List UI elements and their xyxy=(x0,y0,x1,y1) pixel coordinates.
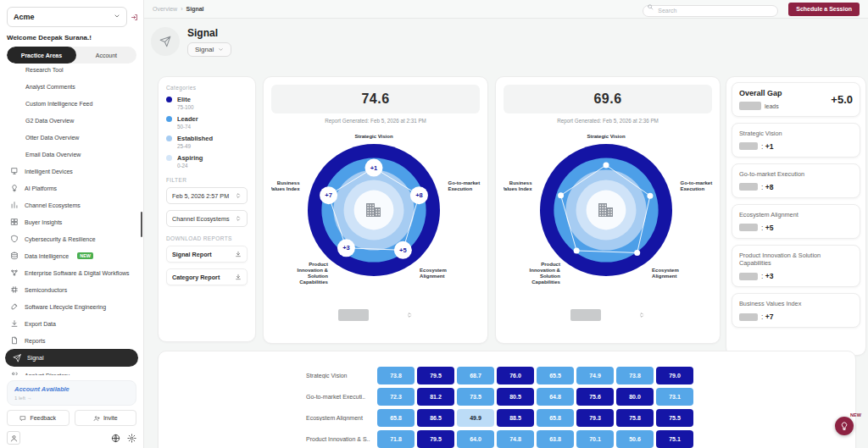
sidebar-item-cybersecurity-resilience[interactable]: Cybersecurity & Resilience xyxy=(0,230,143,247)
sidebar-item-email-data-overview[interactable]: Email Data Overview xyxy=(0,146,143,163)
breadcrumb-separator: › xyxy=(181,6,182,12)
score-cell[interactable]: 80.5 xyxy=(497,388,534,406)
score-cell[interactable]: 74.9 xyxy=(576,367,614,384)
score-cell[interactable]: 65.5 xyxy=(537,367,574,384)
legend-item-elite[interactable]: Elite75-100 xyxy=(166,96,248,110)
sidebar-item-enterprise-software-digital-workflows[interactable]: Enterprise Software & Digital Workflows xyxy=(0,264,143,281)
sidebar-item-analyst-comments[interactable]: Analyst Comments xyxy=(0,78,143,95)
score-cell[interactable]: 81.2 xyxy=(417,388,454,406)
score-cell[interactable]: 73.5 xyxy=(457,388,494,406)
score-cell[interactable]: 73.8 xyxy=(377,367,415,384)
score-cell[interactable]: 68.7 xyxy=(457,367,494,384)
sidebar-item-buyer-insights[interactable]: Buyer Insights xyxy=(0,213,143,230)
download-category-report[interactable]: Category Report xyxy=(166,268,248,285)
svg-text:+5: +5 xyxy=(399,246,407,254)
logout-icon[interactable] xyxy=(131,14,138,21)
score-cell[interactable]: 86.5 xyxy=(417,409,454,427)
score-cell[interactable]: 75.6 xyxy=(576,388,614,406)
gear-icon[interactable] xyxy=(127,434,136,443)
score-cell[interactable]: 75.5 xyxy=(656,409,693,427)
score-cell[interactable]: 63.8 xyxy=(537,430,574,448)
sidebar-item-reports[interactable]: Reports xyxy=(0,332,143,349)
score-cell[interactable]: 50.6 xyxy=(616,430,654,448)
score-cell[interactable]: 70.1 xyxy=(576,430,614,448)
announcements-button[interactable] xyxy=(835,417,854,435)
sidebar-item-label: Enterprise Software & Digital Workflows xyxy=(25,270,130,276)
score-cell[interactable]: 79.5 xyxy=(417,367,454,384)
org-selector[interactable]: Acme xyxy=(7,7,127,27)
sidebar-item-g2-data-overview[interactable]: G2 Data Overview xyxy=(0,112,143,129)
sidebar-scrollbar[interactable] xyxy=(141,212,143,237)
legend-item-aspiring[interactable]: Aspiring0-24 xyxy=(166,154,248,169)
score-cell[interactable]: 74.8 xyxy=(497,430,534,448)
company-logo-placeholder xyxy=(570,309,601,321)
score-cell[interactable]: 64.8 xyxy=(537,388,574,406)
signal-selector[interactable]: Signal xyxy=(187,42,231,57)
invite-button[interactable]: Invite xyxy=(75,410,137,426)
score-cell[interactable]: 65.8 xyxy=(537,409,574,427)
score-cell[interactable]: 75.8 xyxy=(616,409,654,427)
gap-metric-value: +5 xyxy=(761,224,773,232)
chart-stepper[interactable] xyxy=(406,312,413,318)
sidebar-item-semiconductors[interactable]: Semiconductors xyxy=(0,281,143,298)
svg-text:+8: +8 xyxy=(415,191,423,199)
sidebar-item-label: Software Lifecycle Engineering xyxy=(25,304,106,310)
svg-text:+7: +7 xyxy=(325,191,332,199)
axis-label: Strategic Vision xyxy=(354,134,393,139)
new-badge: NEW xyxy=(77,252,93,259)
score-cell[interactable]: 73.8 xyxy=(616,367,654,384)
score-cell[interactable]: 79.3 xyxy=(576,409,614,427)
feedback-button[interactable]: Feedback xyxy=(7,410,70,426)
content-area: Signal Signal Categories Elite75-100Lead… xyxy=(144,19,868,448)
score-cell[interactable]: 79.0 xyxy=(656,367,693,384)
chevron-down-icon xyxy=(218,47,224,53)
legend-item-leader[interactable]: Leader50-74 xyxy=(166,115,248,130)
score-cell[interactable]: 88.5 xyxy=(497,409,534,427)
score-cell[interactable]: 79.5 xyxy=(417,430,454,448)
score-cell[interactable]: 72.3 xyxy=(377,388,415,406)
tab-practice-areas[interactable]: Practice Areas xyxy=(7,47,76,64)
sidebar-item-signal[interactable]: Signal xyxy=(5,349,138,367)
date-filter-select[interactable]: Feb 5, 2026 2:57 PM xyxy=(166,187,248,204)
search-input[interactable] xyxy=(643,5,778,17)
sidebar-item-label: Analyst Directory xyxy=(25,373,70,376)
globe-icon[interactable] xyxy=(111,434,120,443)
row-label: Ecosystem Alignment xyxy=(306,415,377,421)
account-available-box[interactable]: Account Available 1 left → xyxy=(7,380,136,406)
sidebar-item-analyst-directory[interactable]: Analyst Directory xyxy=(0,367,143,375)
score-cell[interactable]: 80.0 xyxy=(616,388,654,406)
score-cell[interactable]: 76.0 xyxy=(497,367,534,384)
score-cell[interactable]: 71.8 xyxy=(377,430,415,448)
score-cell[interactable]: 73.1 xyxy=(656,388,693,406)
download-signal-report[interactable]: Signal Report xyxy=(166,246,248,263)
score-cell[interactable]: 64.0 xyxy=(457,430,494,448)
report-label: Signal Report xyxy=(172,251,212,258)
row-label: Product Innovation & S.. xyxy=(306,436,377,442)
signal-avatar xyxy=(151,27,180,56)
breadcrumb-overview[interactable]: Overview xyxy=(153,6,177,12)
category-dot xyxy=(166,116,172,122)
sidebar-item-intelligent-devices[interactable]: Intelligent Devices xyxy=(0,163,143,180)
axis-label: ProductInnovation &SolutionCapabilities xyxy=(530,262,561,285)
chart-stepper[interactable] xyxy=(638,312,645,318)
sidebar-item-channel-ecosystems[interactable]: Channel Ecosystems xyxy=(0,196,143,213)
sidebar-item-software-lifecycle-engineering[interactable]: Software Lifecycle Engineering xyxy=(0,298,143,315)
sidebar-item-export-data[interactable]: Export Data xyxy=(0,315,143,332)
bulb-icon xyxy=(10,184,19,192)
sidebar-item-custom-intelligence-feed[interactable]: Custom Intelligence Feed xyxy=(0,95,143,112)
profile-button[interactable] xyxy=(7,431,20,445)
score-cell[interactable]: 49.9 xyxy=(457,409,494,427)
score-cell[interactable]: 75.1 xyxy=(656,430,693,448)
invite-label: Invite xyxy=(103,415,118,421)
category-filter-select[interactable]: Channel Ecosystems xyxy=(166,210,248,227)
score-cell[interactable]: 65.8 xyxy=(377,409,415,427)
sidebar-item-data-intelligence[interactable]: Data IntelligenceNEW xyxy=(0,247,143,264)
sidebar-item-research-tool[interactable]: Research Tool xyxy=(0,67,143,78)
schedule-session-button[interactable]: Schedule a Session xyxy=(788,3,860,16)
sidebar-item-ai-platforms[interactable]: AI Platforms xyxy=(0,180,143,196)
legend-item-established[interactable]: Established25-49 xyxy=(166,135,248,149)
tab-account[interactable]: Account xyxy=(76,47,136,64)
account-available-subtitle: 1 left → xyxy=(14,395,129,401)
company-logo-placeholder xyxy=(739,183,758,191)
sidebar-item-otter-data-overview[interactable]: Otter Data Overview xyxy=(0,129,143,146)
